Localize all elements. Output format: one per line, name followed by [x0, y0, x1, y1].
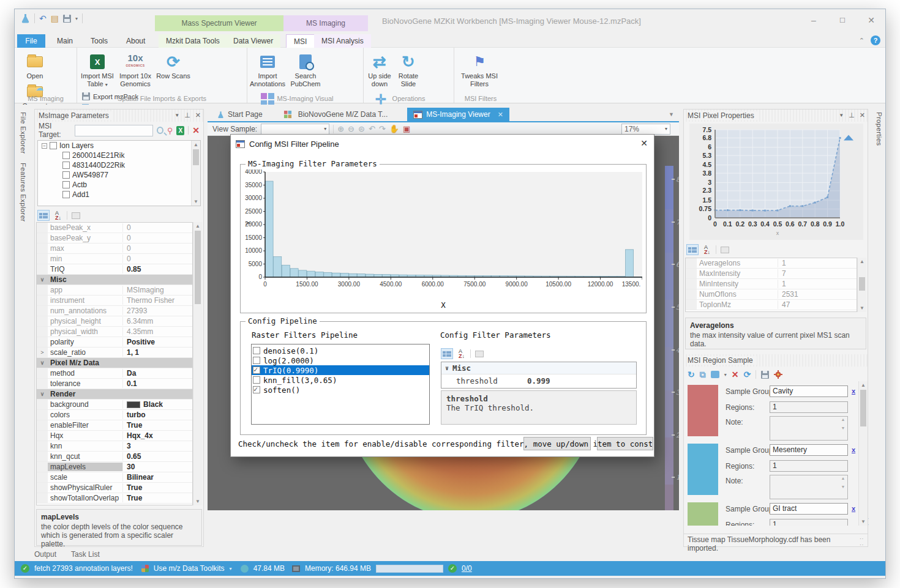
pipeline-item[interactable]: TrIQ(0.9990) — [252, 365, 429, 375]
row-scans-button[interactable]: ⟳ Row Scans — [154, 50, 192, 89]
close-icon[interactable]: ✕ — [860, 111, 865, 119]
redo-icon[interactable]: ↷ — [379, 124, 386, 133]
checkbox[interactable] — [62, 162, 70, 169]
property-value[interactable]: 0.999 — [527, 376, 550, 385]
property-value[interactable]: turbo — [122, 411, 192, 419]
tree-item-row[interactable]: 4831440D22Rik — [38, 160, 200, 170]
property-row[interactable]: num_annotations27393 — [37, 306, 192, 316]
property-row[interactable]: showTotalIonOverlapTrue — [37, 493, 192, 504]
scrollbar[interactable]: ▲▼ — [857, 258, 866, 312]
property-value[interactable]: 0.1 — [122, 379, 192, 388]
property-value[interactable]: 0 — [122, 234, 192, 242]
collapse-icon[interactable]: − — [42, 143, 47, 149]
collapse-ribbon-icon[interactable]: ⌃ — [859, 37, 864, 45]
checkbox[interactable] — [50, 142, 57, 149]
checkbox[interactable] — [253, 347, 260, 354]
maximize-button[interactable]: ☐ — [833, 13, 852, 28]
msi-target-input[interactable] — [75, 125, 153, 136]
search-icon[interactable] — [157, 127, 163, 134]
pipeline-item[interactable]: log(2.0000) — [252, 355, 429, 365]
snapshot-icon[interactable]: ▣ — [403, 124, 410, 133]
categorize-icon[interactable] — [441, 348, 453, 359]
pipeline-item[interactable]: denoise(0.1) — [252, 346, 429, 355]
checkbox[interactable] — [62, 181, 70, 188]
checkbox[interactable] — [62, 171, 70, 179]
property-row[interactable]: max0 — [37, 244, 192, 254]
scrollbar[interactable]: ▲▼ — [193, 222, 202, 505]
zoom-in-icon[interactable]: ⊕ — [337, 124, 344, 133]
property-value[interactable]: 6.34mm — [122, 317, 192, 326]
region-sample-item[interactable]: Sample Group:MesenteryxRegions:1Note:▲▼ — [684, 440, 858, 499]
raster-filters-listbox[interactable]: denoise(0.1)log(2.0000)TrIQ(0.9990)knn_f… — [251, 344, 430, 425]
close-button[interactable]: ✕ — [862, 13, 880, 28]
minimize-button[interactable]: – — [804, 13, 823, 28]
zoom-level-select[interactable]: 17%▾ — [621, 124, 670, 135]
import-msi-table-button[interactable]: X Import MSI Table ▾ — [78, 50, 116, 89]
tab-data-viewer[interactable]: Data Viewer — [226, 34, 280, 48]
scrollbar[interactable]: ▲▼ — [191, 141, 200, 206]
rotate-slide-button[interactable]: ↻ Rotate Slide — [394, 50, 422, 88]
property-value[interactable]: Hqx_4x — [122, 431, 192, 440]
view-sample-select[interactable]: ▾ — [261, 124, 329, 135]
property-row[interactable]: knn_qcut0.65 — [37, 452, 192, 462]
tree-item-row[interactable]: 2600014E21Rik — [38, 151, 200, 160]
tab-bionovogene-data[interactable]: BioNovoGene M/Z Data T... — [275, 108, 394, 121]
sample-group-field[interactable]: Mesentery — [770, 444, 848, 456]
property-row[interactable]: mapLevels30 — [37, 462, 192, 472]
pipeline-item[interactable]: soften() — [252, 385, 429, 395]
property-row[interactable]: threshold 0.999 — [441, 374, 636, 387]
tab-list-dropdown-icon[interactable]: ▼ — [669, 111, 674, 117]
pin-icon[interactable]: ⚲ — [167, 126, 173, 135]
tab-file[interactable]: File — [17, 34, 45, 48]
tab-output[interactable]: Output — [34, 550, 56, 559]
sort-az-icon[interactable]: AZ↓ — [701, 244, 713, 255]
property-value[interactable]: 0 — [122, 244, 192, 253]
property-row[interactable]: HqxHqx_4x — [37, 431, 192, 441]
pan-hand-icon[interactable]: ✋ — [389, 124, 399, 133]
region-sample-item[interactable]: Sample Group:CavityxRegions:1Note:▲▼ — [684, 381, 858, 440]
property-value[interactable]: 4.35mm — [122, 327, 192, 336]
note-field[interactable]: ▲▼ — [770, 475, 848, 499]
save-icon[interactable] — [761, 371, 769, 379]
checkbox[interactable] — [253, 386, 260, 393]
undo-icon[interactable]: ↶ — [369, 124, 375, 133]
zoom-reset-icon[interactable]: ⊜ — [358, 124, 365, 133]
property-value[interactable]: 1, 1 — [122, 348, 192, 357]
property-row[interactable]: enableFilterTrue — [37, 420, 192, 431]
refresh-icon[interactable]: ↻ — [688, 370, 695, 379]
checkbox[interactable] — [62, 152, 70, 159]
pixel-property-grid[interactable]: AverageIons1MaxIntensity7MinIntensity1Nu… — [685, 258, 857, 312]
filter-params-grid[interactable]: ∨Misc threshold 0.999 — [441, 362, 637, 389]
title-bar[interactable]: ↶ ▤ ▾ Mass Spectrum Viewer MS Imaging Bi… — [15, 9, 885, 34]
tree-root-row[interactable]: −Ion Layers — [38, 141, 200, 151]
property-row[interactable]: basePeak_y0 — [37, 233, 192, 244]
property-value[interactable]: 3 — [122, 442, 192, 450]
tab-about[interactable]: About — [119, 34, 152, 48]
dropdown-icon[interactable]: ▼ — [174, 113, 179, 118]
property-row[interactable]: TopIonMz47 — [686, 300, 857, 310]
undo-icon[interactable]: ↶ — [39, 13, 47, 23]
property-row[interactable]: tolerance0.1 — [37, 379, 192, 389]
property-value[interactable]: True — [122, 483, 192, 492]
region-sample-header[interactable]: MSI Region Sample ▼⊥✕ — [684, 354, 868, 367]
settings-gear-icon[interactable] — [774, 370, 782, 379]
side-tab-file-explorer[interactable]: File Explorer — [20, 112, 27, 154]
open-button[interactable]: Open — [16, 50, 54, 80]
collapse-icon[interactable]: ∨ — [37, 389, 48, 399]
remove-sample-link[interactable]: x — [852, 387, 855, 395]
property-row[interactable]: backgroundBlack — [37, 400, 192, 410]
property-row[interactable]: showPhysicalRulerTrue — [37, 483, 192, 493]
pin-icon[interactable]: ⊥ — [184, 111, 190, 119]
property-row[interactable]: appMSImaging — [37, 285, 192, 296]
regions-field[interactable]: 1 — [770, 460, 848, 472]
close-tab-icon[interactable]: ✕ — [498, 111, 503, 119]
property-row[interactable]: min0 — [37, 254, 192, 264]
excel-icon[interactable]: X — [176, 126, 184, 135]
property-value[interactable]: 27393 — [122, 307, 192, 315]
category-row[interactable]: ∨Pixel M/z Data — [37, 358, 192, 368]
dialog-title-bar[interactable]: Config MSI Filter Pipeline — [231, 135, 654, 153]
property-row[interactable]: methodDa — [37, 368, 192, 379]
sample-group-field[interactable]: GI tract — [770, 503, 848, 515]
category-row[interactable]: ∨Render — [37, 389, 192, 400]
regions-field[interactable]: 1 — [770, 519, 848, 526]
